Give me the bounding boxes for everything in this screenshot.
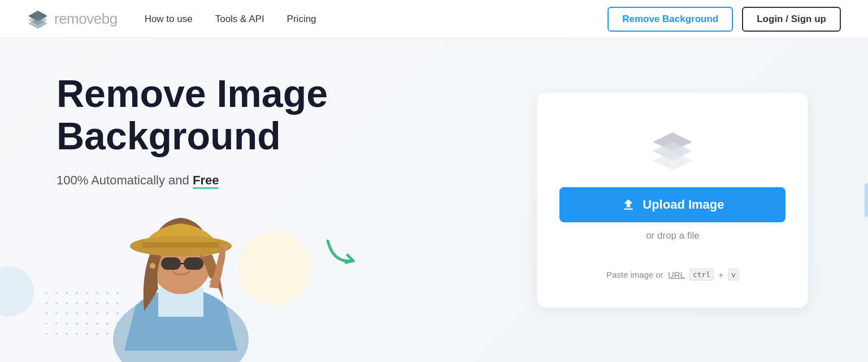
kbd-plus: + bbox=[718, 270, 723, 279]
header-right: Remove Background Login / Sign up bbox=[607, 7, 841, 32]
dot bbox=[45, 312, 47, 314]
drop-file-label: or drop a file bbox=[646, 230, 700, 242]
layers-icon bbox=[650, 130, 695, 169]
upload-section: Upload Image or drop a file Paste image … bbox=[478, 38, 868, 362]
dot bbox=[45, 322, 47, 325]
logo-text-main: remove bbox=[54, 10, 102, 27]
nav-pricing[interactable]: Pricing bbox=[287, 14, 316, 25]
url-link[interactable]: URL bbox=[668, 270, 685, 279]
login-signup-button[interactable]: Login / Sign up bbox=[742, 7, 841, 32]
hero-section: Remove Image Background 100% Automatical… bbox=[0, 38, 478, 362]
kbd-v: v bbox=[728, 269, 739, 281]
logo-text: removebg bbox=[54, 10, 118, 28]
nav-tools-api[interactable]: Tools & API bbox=[215, 14, 264, 25]
logo[interactable]: removebg bbox=[27, 8, 118, 30]
hero-title-line1: Remove Image bbox=[57, 72, 328, 115]
kbd-ctrl: ctrl bbox=[689, 269, 714, 281]
dot bbox=[45, 333, 47, 335]
upload-card: Upload Image or drop a file Paste image … bbox=[537, 93, 808, 308]
arrow-decoration bbox=[316, 230, 362, 277]
svg-rect-7 bbox=[184, 257, 203, 270]
cream-circle-decoration bbox=[237, 232, 311, 305]
logo-icon bbox=[27, 8, 49, 30]
svg-point-9 bbox=[150, 263, 155, 269]
remove-background-button[interactable]: Remove Background bbox=[607, 7, 733, 32]
deco-circle bbox=[0, 266, 34, 317]
paste-label: Paste image or bbox=[606, 270, 663, 279]
upload-icon bbox=[621, 197, 636, 212]
main-nav: How to use Tools & API Pricing bbox=[145, 14, 316, 25]
header: removebg How to use Tools & API Pricing … bbox=[0, 0, 868, 38]
upload-button-label: Upload Image bbox=[643, 197, 724, 212]
paste-row: Paste image or URL ctrl + v bbox=[606, 269, 739, 281]
header-left: removebg How to use Tools & API Pricing bbox=[27, 8, 316, 30]
svg-rect-6 bbox=[161, 257, 181, 270]
upload-image-button[interactable]: Upload Image bbox=[559, 187, 785, 222]
logo-text-light: bg bbox=[102, 10, 118, 27]
main-content: Remove Image Background 100% Automatical… bbox=[0, 38, 868, 362]
svg-rect-12 bbox=[142, 242, 219, 248]
dot bbox=[45, 302, 47, 304]
nav-how-to-use[interactable]: How to use bbox=[145, 14, 193, 25]
dot bbox=[45, 292, 47, 294]
